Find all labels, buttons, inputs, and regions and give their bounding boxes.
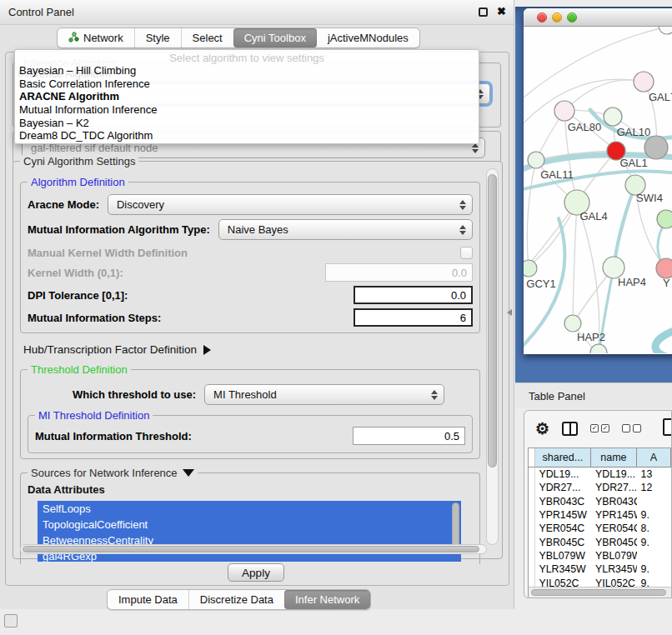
kernel-width-label: Kernel Width (0,1): [28, 267, 123, 279]
node[interactable] [659, 27, 672, 34]
network-icon [68, 32, 79, 45]
mi-threshold-row: Mutual Information Threshold: [35, 427, 465, 445]
deselect-all-checkboxes-icon[interactable] [622, 424, 641, 432]
table-row[interactable]: YER054CYER054C8. [529, 522, 671, 535]
table-row[interactable]: YDR27...YDR27...12 [529, 481, 671, 494]
dpi-tolerance-field[interactable] [354, 286, 473, 304]
node-gal80[interactable] [554, 101, 574, 121]
hub-definition-label: Hub/Transcription Factor Definition [23, 343, 197, 356]
mi-threshold-field[interactable] [353, 427, 465, 445]
tab-jactivemnodules-label: jActiveMNodules [328, 32, 409, 44]
bottom-tab-impute-data-label: Impute Data [118, 593, 178, 606]
panel-collapse-handle[interactable] [507, 309, 512, 316]
attribute-item-topologicalcoefficient[interactable]: TopologicalCoefficient [38, 517, 461, 532]
network-edge[interactable] [655, 327, 672, 353]
network-edge[interactable] [614, 185, 635, 268]
table-row[interactable]: YBR045CYBR045C9. [529, 535, 671, 548]
table-horizontal-scrollbar[interactable] [529, 587, 671, 598]
scrollbar-thumb[interactable] [531, 589, 666, 596]
dropdown-item-mutual-information-inference[interactable]: Mutual Information Inference [15, 103, 479, 117]
list-scrollbar[interactable] [452, 502, 459, 549]
mi-type-combobox[interactable]: Naive Bayes [218, 219, 473, 240]
bottom-tab-impute-data[interactable]: Impute Data [108, 590, 188, 609]
mi-steps-field[interactable] [354, 308, 473, 327]
node[interactable] [644, 136, 668, 159]
bottom-tab-discretize-data[interactable]: Discretize Data [188, 590, 284, 609]
row-gutter [529, 549, 535, 562]
tab-network[interactable]: Network [58, 28, 134, 48]
table-cell: YBR045C [591, 535, 636, 548]
gear-icon[interactable]: ⚙ [535, 421, 549, 437]
tab-bar: NetworkStyleSelectCyni ToolboxjActiveMNo… [57, 28, 420, 48]
table-row[interactable]: YLR345WYLR345W9. [529, 562, 671, 576]
tab-jactivemnodules[interactable]: jActiveMNodules [317, 28, 419, 48]
node[interactable] [657, 210, 672, 228]
select-all-checkboxes-icon[interactable]: ✓✓ [590, 424, 609, 432]
table-cell: YBR045C [535, 535, 592, 548]
dock-panel-icon[interactable] [4, 614, 18, 628]
table-row[interactable]: YBR043CYBR043C [529, 495, 671, 508]
which-threshold-combobox[interactable]: MI Threshold [204, 384, 444, 405]
table-row[interactable]: YDL19...YDL19...13 [529, 468, 671, 481]
dropdown-placeholder: Select algorithm to view settings [15, 52, 479, 64]
table-toolbar: ⚙ ✓✓ [524, 411, 671, 446]
float-icon[interactable] [479, 8, 488, 17]
network-canvas[interactable]: GAL7GAL80GAL10GAL1GAL11SWI4GAL4GCY1HAP4Y… [524, 27, 672, 353]
kernel-width-field[interactable] [325, 263, 473, 282]
column-header-shared[interactable]: shared... [535, 448, 592, 468]
manual-kernel-checkbox[interactable] [460, 247, 473, 259]
threshold-definition-group: Threshold Definition Which threshold to … [20, 369, 480, 459]
dropdown-item-dream8-dc-tdc-algorithm[interactable]: Dream8 DC_TDC Algorithm [15, 129, 479, 142]
tab-style[interactable]: Style [134, 28, 181, 48]
tab-select[interactable]: Select [181, 28, 233, 48]
document-icon[interactable] [663, 418, 672, 436]
node-label-gal4: GAL4 [579, 210, 607, 222]
hub-definition-toggle[interactable]: Hub/Transcription Factor Definition [23, 343, 480, 356]
columns-icon[interactable] [562, 422, 578, 436]
scrollbar-thumb[interactable] [488, 174, 497, 468]
node-gal7[interactable] [634, 72, 654, 92]
zoom-traffic-light[interactable] [567, 12, 577, 22]
tab-cyni-toolbox[interactable]: Cyni Toolbox [233, 28, 317, 48]
manual-kernel-row: Manual Kernel Width Definition [28, 247, 473, 259]
node-label-hap2: HAP2 [577, 331, 605, 343]
dropdown-item-bayesian-k2[interactable]: Bayesian – K2 [15, 117, 479, 130]
table-cell: YBR043C [535, 495, 592, 508]
sources-group-title[interactable]: Sources for Network Inference [28, 467, 198, 479]
stepper-icon[interactable] [454, 225, 466, 235]
node-y[interactable] [656, 258, 672, 278]
column-header-a[interactable]: A [637, 448, 671, 468]
stepper-icon[interactable] [454, 200, 466, 210]
table-row[interactable]: YBL079WYBL079W [529, 549, 671, 562]
close-traffic-light[interactable] [537, 12, 547, 22]
network-edge[interactable] [527, 160, 536, 268]
node-gal10[interactable] [604, 108, 622, 126]
threshold-definition-title: Threshold Definition [28, 363, 131, 376]
attribute-item-selfloops[interactable]: SelfLoops [38, 501, 461, 517]
stepper-icon[interactable] [426, 390, 438, 400]
table-gutter [529, 448, 535, 468]
tab-cyni-toolbox-label: Cyni Toolbox [244, 32, 306, 44]
stepper-icon[interactable] [467, 143, 479, 153]
table-cell: YLR345W [591, 562, 636, 576]
settings-horizontal-scrollbar[interactable] [20, 544, 487, 554]
mi-steps-row: Mutual Information Steps: [28, 308, 473, 327]
apply-button[interactable]: Apply [228, 563, 284, 582]
node[interactable] [590, 344, 607, 353]
network-edge[interactable] [564, 80, 644, 111]
settings-vertical-scrollbar[interactable] [486, 168, 499, 545]
node-hap2[interactable] [564, 315, 581, 332]
close-icon[interactable]: ✖ [497, 5, 506, 18]
aracne-mode-combobox[interactable]: Discovery [108, 194, 473, 215]
scrollbar-thumb[interactable] [23, 546, 479, 552]
minimize-traffic-light[interactable] [552, 12, 562, 22]
dropdown-item-aracne-algorithm[interactable]: ARACNE Algorithm [15, 90, 479, 103]
column-header-name[interactable]: name [591, 448, 636, 468]
node-gal11[interactable] [528, 152, 544, 168]
network-window-titlebar[interactable] [524, 8, 672, 27]
mi-threshold-label: Mutual Information Threshold: [35, 430, 192, 442]
node-gcy1[interactable] [524, 260, 537, 277]
table-row[interactable]: YPR145WYPR145W9. [529, 508, 671, 522]
network-edge[interactable] [573, 202, 577, 323]
bottom-tab-infer-network[interactable]: Infer Network [284, 590, 370, 609]
